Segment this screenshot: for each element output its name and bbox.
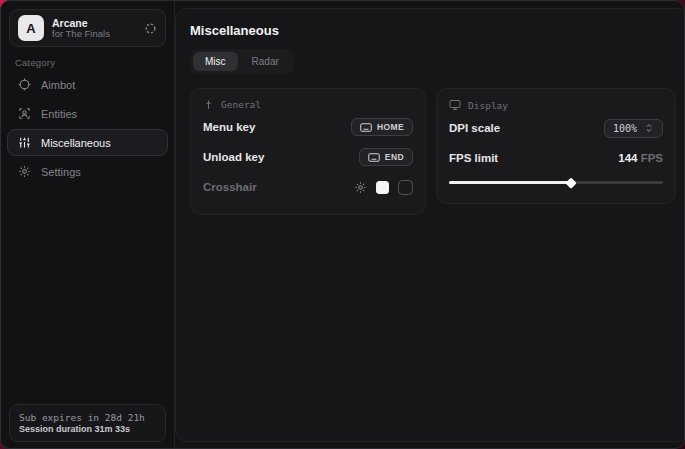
menu-key-button[interactable]: HOME <box>351 118 413 136</box>
unload-key-button[interactable]: END <box>359 148 413 166</box>
keyboard-icon <box>368 153 380 162</box>
subscription-card: Sub expires in 28d 21h Session duration … <box>9 404 166 442</box>
crosshair-row: Crosshair <box>203 174 413 200</box>
sliders-icon <box>18 136 31 149</box>
gear-icon <box>18 165 31 178</box>
sidebar-item-settings[interactable]: Settings <box>7 158 168 185</box>
chevrons-up-down-icon <box>644 123 654 133</box>
crosshair-controls <box>354 180 413 195</box>
fps-limit-label: FPS limit <box>449 152 498 164</box>
entities-scan-icon <box>18 107 31 120</box>
dpi-scale-label: DPI scale <box>449 122 500 134</box>
tab-misc[interactable]: Misc <box>193 52 238 71</box>
dpi-scale-value: 100% <box>613 123 637 134</box>
sidebar-item-label: Settings <box>41 166 81 178</box>
slider-control-icon <box>203 99 214 110</box>
sub-expires-text: Sub expires in 28d 21h <box>19 412 156 423</box>
menu-key-label: Menu key <box>203 121 255 133</box>
display-panel-title: Display <box>468 100 508 111</box>
sidebar: A Arcane for The Finals Category <box>1 1 175 448</box>
crosshair-icon <box>18 78 31 91</box>
tab-bar: Misc Radar <box>190 49 294 74</box>
sidebar-nav: Aimbot Entities <box>7 71 168 185</box>
menu-key-row: Menu key HOME <box>203 114 413 140</box>
sidebar-item-entities[interactable]: Entities <box>7 100 168 127</box>
keyboard-icon <box>360 123 372 132</box>
session-duration-text: Session duration 31m 33s <box>19 424 156 434</box>
user-card[interactable]: A Arcane for The Finals <box>9 9 166 47</box>
fps-unit: FPS <box>641 152 663 164</box>
display-panel-header: Display <box>449 99 663 111</box>
crosshair-checkbox[interactable] <box>398 180 413 195</box>
general-panel-header: General <box>203 99 413 110</box>
tab-radar[interactable]: Radar <box>240 52 291 71</box>
display-panel: Display DPI scale 100% FPS limit <box>436 88 676 204</box>
fps-limit-row: FPS limit 144 FPS <box>449 145 663 171</box>
page-title: Miscellaneous <box>190 23 676 38</box>
crosshair-color-swatch[interactable] <box>376 181 389 194</box>
fps-limit-slider[interactable] <box>449 175 663 189</box>
category-label: Category <box>15 57 55 68</box>
dpi-scale-select[interactable]: 100% <box>604 119 663 138</box>
crosshair-settings-gear-icon[interactable] <box>354 181 367 194</box>
app-name: Arcane <box>52 17 136 29</box>
fps-number: 144 <box>618 152 637 164</box>
general-panel-title: General <box>221 99 261 110</box>
unload-key-label: Unload key <box>203 151 264 163</box>
unload-key-value: END <box>385 152 404 162</box>
sidebar-item-label: Miscellaneous <box>41 137 111 149</box>
fps-limit-slider-thumb[interactable] <box>566 177 577 188</box>
unload-key-row: Unload key END <box>203 144 413 170</box>
app-logo: A <box>18 15 44 41</box>
sidebar-item-aimbot[interactable]: Aimbot <box>7 71 168 98</box>
app-window: A Arcane for The Finals Category <box>0 0 685 449</box>
dpi-scale-row: DPI scale 100% <box>449 115 663 141</box>
sidebar-item-miscellaneous[interactable]: Miscellaneous <box>7 129 168 156</box>
sidebar-item-label: Aimbot <box>41 79 75 91</box>
sidebar-item-label: Entities <box>41 108 77 120</box>
monitor-icon <box>449 99 461 111</box>
fps-limit-slider-fill <box>449 181 571 184</box>
app-subtitle: for The Finals <box>52 29 136 40</box>
app-meta: Arcane for The Finals <box>52 17 136 40</box>
menu-key-value: HOME <box>377 122 404 132</box>
refresh-icon[interactable] <box>144 22 157 35</box>
main-content: Miscellaneous Misc Radar General Menu ke… <box>175 8 685 442</box>
crosshair-label: Crosshair <box>203 181 257 193</box>
general-panel: General Menu key HOME <box>190 88 426 215</box>
fps-limit-value: 144 FPS <box>618 152 663 164</box>
panel-grid: General Menu key HOME <box>190 88 676 215</box>
